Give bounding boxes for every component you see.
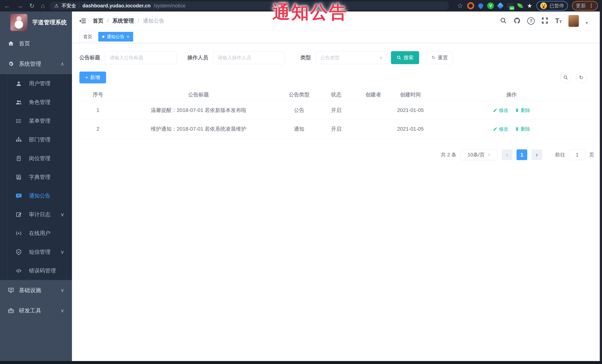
refresh-icon: ↻	[579, 74, 583, 81]
search-button[interactable]: 搜索	[391, 51, 419, 64]
help-icon[interactable]: ?	[527, 17, 535, 25]
current-page-button[interactable]: 1	[516, 149, 527, 160]
notice-table: 序号 公告标题 公告类型 状态 创建者 创建时间 操作 1 温馨提醒：2018-…	[79, 89, 594, 138]
type-filter-select[interactable]: 公告类型 ∨	[316, 51, 387, 64]
edit-link[interactable]: 修改	[493, 107, 508, 114]
search-icon	[397, 55, 401, 60]
col-header-creator: 创建者	[355, 91, 392, 98]
cell-actions: 修改 删除	[429, 126, 594, 132]
log-icon	[14, 211, 23, 218]
delete-label: 删除	[521, 107, 530, 114]
sidebar-item-label: 角色管理	[29, 99, 50, 106]
toggle-search-button[interactable]	[560, 72, 571, 83]
total-count: 共 2 条	[441, 151, 456, 158]
edit-label: 修改	[499, 126, 508, 132]
font-size-icon[interactable]: TT	[555, 18, 562, 24]
back-icon[interactable]: ←	[4, 3, 11, 9]
delete-link[interactable]: 删除	[515, 107, 530, 114]
goto-page-input[interactable]	[569, 149, 585, 160]
sidebar-item-home[interactable]: 首页	[0, 33, 72, 54]
home-icon[interactable]: ⌂	[41, 3, 45, 9]
extension-pin-icon[interactable]	[478, 3, 483, 8]
book-icon	[14, 174, 23, 180]
table-row[interactable]: 2 维护通知：2018-07-01 若依系统凌晨维护 通知 开启 2021-01…	[79, 120, 594, 138]
address-bar[interactable]: ⚠ 不安全 dashboard.yudao.iocoder.cn /system…	[50, 1, 449, 10]
reset-button[interactable]: ↻ 重置	[427, 51, 453, 64]
next-page-button[interactable]: ›	[531, 149, 542, 160]
close-icon[interactable]: ×	[127, 34, 129, 39]
col-header-title: 公告标题	[117, 91, 281, 98]
page-size-select[interactable]: 10条/页 ∨	[461, 149, 498, 160]
sidebar-item-users[interactable]: 用户管理	[0, 74, 72, 93]
sidebar-item-error-codes[interactable]: 错误码管理	[0, 261, 72, 280]
sidebar-item-label: 首页	[19, 40, 30, 47]
paused-extension-pill[interactable]: 已暂停	[536, 1, 568, 10]
sidebar-item-system[interactable]: 系统管理 ∧	[0, 54, 72, 74]
chevron-up-icon: ∧	[60, 61, 64, 67]
prev-page-button[interactable]: ‹	[502, 149, 512, 160]
breadcrumb-current: 通知公告	[143, 17, 164, 25]
sidebar-item-audit-log[interactable]: 审计日志 ∨	[0, 205, 72, 224]
window-scrollbar[interactable]	[600, 11, 602, 361]
chevron-down-icon: ∨	[60, 212, 64, 218]
logo[interactable]: 芋道管理系统	[0, 11, 72, 33]
kebab-menu-icon[interactable]: ⋮	[589, 3, 594, 9]
extension-gem-icon[interactable]	[498, 3, 503, 8]
caret-down-icon[interactable]: ▾	[585, 20, 588, 26]
type-filter-label: 类型	[301, 54, 311, 61]
tab-notice[interactable]: 通知公告 ×	[98, 32, 133, 42]
security-label[interactable]: 不安全	[62, 3, 76, 9]
search-icon	[563, 75, 568, 80]
sidebar-item-dictionary[interactable]: 字典管理	[0, 168, 72, 187]
search-icon[interactable]	[500, 17, 507, 25]
tab-home[interactable]: 首页	[79, 32, 96, 42]
url-path: /system/notice	[154, 3, 186, 9]
bookmark-star-icon[interactable]: ☆	[457, 2, 463, 10]
org-tree-icon	[14, 137, 23, 143]
delete-link[interactable]: 删除	[515, 126, 530, 132]
sidebar-item-departments[interactable]: 部门管理	[0, 130, 72, 149]
pencil-icon	[493, 108, 497, 113]
sidebar-item-infrastructure[interactable]: 基础设施 ∨	[0, 280, 72, 301]
sidebar-item-sms[interactable]: 短信管理 ∨	[0, 243, 72, 261]
edit-link[interactable]: 修改	[493, 126, 508, 132]
breadcrumb-system[interactable]: 系统管理	[112, 17, 134, 25]
fullscreen-icon[interactable]	[541, 17, 548, 25]
forward-icon[interactable]: →	[17, 3, 23, 9]
extension-tabs-icon[interactable]: on	[507, 3, 514, 9]
sidebar-item-devtools[interactable]: 研发工具 ∨	[0, 301, 72, 321]
extension-vue-icon[interactable]: V	[487, 2, 494, 9]
on-badge: on	[509, 6, 514, 10]
title-filter-input[interactable]	[105, 51, 177, 64]
users-icon	[14, 99, 23, 105]
breadcrumb-home[interactable]: 首页	[93, 17, 104, 25]
sidebar-item-roles[interactable]: 角色管理	[0, 93, 72, 112]
extension-ring-icon[interactable]	[467, 2, 474, 9]
add-button[interactable]: + 新增	[79, 72, 106, 83]
operator-filter-input[interactable]	[213, 51, 285, 64]
announcement-icon	[14, 193, 23, 199]
update-button[interactable]: 更新 ⋮	[572, 1, 598, 10]
sidebar-item-posts[interactable]: 岗位管理	[0, 149, 72, 168]
infrastructure-icon	[7, 287, 15, 293]
pencil-icon	[493, 127, 497, 131]
cell-title: 温馨提醒：2018-07-01 若依新版本发布啦	[117, 107, 281, 114]
cell-actions: 修改 删除	[429, 107, 594, 114]
sidebar-item-notice[interactable]: 通知公告	[0, 187, 72, 205]
avatar[interactable]	[569, 15, 579, 27]
sidebar-item-label: 字典管理	[29, 174, 50, 181]
trash-icon	[515, 127, 519, 131]
sidebar-item-menus[interactable]: 菜单管理	[0, 112, 72, 130]
refresh-table-button[interactable]: ↻	[576, 72, 587, 83]
overlay-title: 通知公告	[272, 0, 348, 24]
github-icon[interactable]	[514, 17, 521, 25]
table-row[interactable]: 1 温馨提醒：2018-07-01 若依新版本发布啦 公告 开启 2021-01…	[79, 101, 594, 120]
extension-star-icon[interactable]: ★	[527, 2, 532, 9]
reload-icon[interactable]: ↻	[29, 3, 35, 9]
sidebar-item-label: 审计日志	[29, 211, 50, 218]
sidebar-fold-icon[interactable]	[79, 17, 86, 25]
extension-leaf-icon[interactable]	[518, 3, 523, 8]
cell-type: 通知	[281, 125, 318, 133]
title-filter-label: 公告标题	[79, 54, 100, 61]
sidebar-item-online-users[interactable]: 在线用户	[0, 224, 72, 243]
